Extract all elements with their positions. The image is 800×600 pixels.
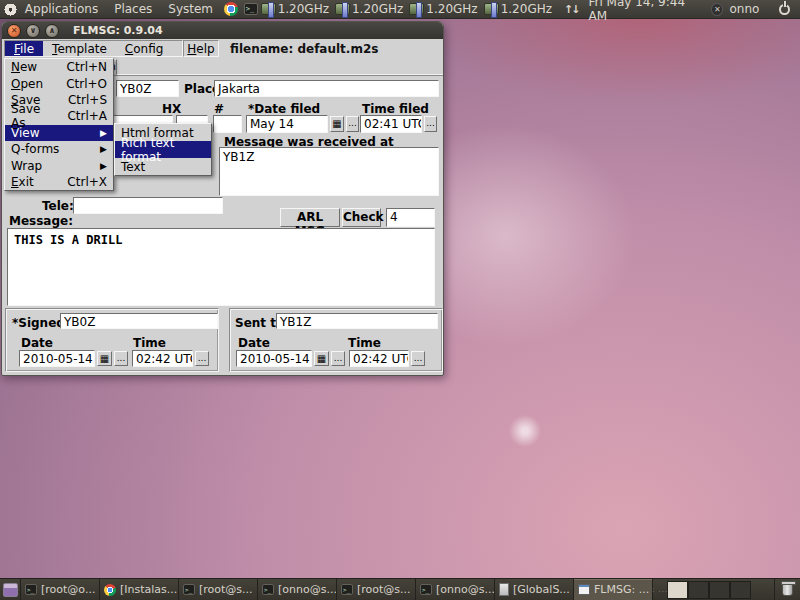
task-flmsg[interactable]: FLMSG: ...: [574, 579, 653, 600]
minimize-icon[interactable]: ∨: [26, 24, 40, 38]
calendar-icon[interactable]: ▦: [314, 351, 329, 366]
menu-item-label: Wrap: [11, 159, 42, 173]
date-filed-more-button[interactable]: ...: [346, 116, 359, 132]
task-label: [root@s...: [357, 583, 411, 596]
signed-date-input[interactable]: 2010-05-14: [19, 350, 95, 367]
signed-date-more-button[interactable]: ...: [114, 351, 128, 366]
submenu-arrow-icon: ▶: [100, 144, 107, 154]
pager-handle[interactable]: : ...: [653, 579, 667, 600]
menu-template[interactable]: Template: [43, 41, 116, 56]
menu-item-new[interactable]: NewCtrl+N: [5, 59, 113, 75]
cpu-freq-applet-2[interactable]: 1.20GHz: [335, 2, 403, 16]
menu-item-open[interactable]: OpenCtrl+O: [5, 75, 113, 91]
calendar-icon[interactable]: ▦: [97, 351, 112, 366]
submenu-arrow-icon: ▶: [100, 161, 107, 171]
workspace-3[interactable]: [709, 581, 730, 599]
cpu-icon: [409, 3, 424, 15]
task-onno-s2[interactable]: >_[onno@s...: [416, 579, 495, 600]
menu-item-save-as[interactable]: Save AsCtrl+A: [5, 108, 113, 124]
place-input[interactable]: Jakarta: [214, 80, 439, 97]
top-panel: Applications Places System >_ 1.20GHz 1.…: [0, 0, 800, 19]
workspace-2[interactable]: [688, 581, 709, 599]
check-button[interactable]: Check: [342, 208, 381, 227]
user-menu[interactable]: onno: [727, 2, 763, 16]
cpu-freq-applet-3[interactable]: 1.20GHz: [409, 2, 477, 16]
date-filed-input[interactable]: May 14: [246, 115, 328, 133]
show-desktop-icon: [3, 583, 18, 597]
cpu-icon: [261, 3, 276, 15]
tele-input[interactable]: [73, 197, 223, 214]
received-textarea[interactable]: YB1Z: [219, 147, 439, 196]
menu-item-exit[interactable]: ExitCtrl+X: [5, 174, 113, 190]
signed-group: *Signed YB0Z Date Time 2010-05-14 ▦ ... …: [5, 308, 219, 372]
date-filed-label: *Date filed: [248, 102, 320, 116]
cpu-icon: [484, 3, 499, 15]
cpu-freq-applet-1[interactable]: 1.20GHz: [261, 2, 329, 16]
sent-time-label: Time: [348, 336, 381, 350]
task-root-s1[interactable]: >_[root@s...: [179, 579, 258, 600]
signed-time-more-button[interactable]: ...: [195, 351, 209, 366]
hx-label: HX_: [162, 102, 187, 116]
close-icon[interactable]: ✕: [7, 24, 21, 38]
cpu-freq-label: 1.20GHz: [501, 2, 552, 16]
clock[interactable]: Fri May 14, 9:44 AM: [582, 0, 707, 23]
task-globals[interactable]: [GlobalS...: [495, 579, 574, 600]
sent-time-input[interactable]: 02:42 UTC: [349, 350, 409, 367]
sent-date-input[interactable]: 2010-05-14: [236, 350, 312, 367]
task-label: [onno@s...: [278, 583, 337, 596]
time-filed-more-button[interactable]: ...: [424, 116, 437, 132]
menu-item-label: Q-forms: [11, 142, 59, 156]
task-label: [onno@s...: [436, 583, 495, 596]
message-textarea[interactable]: THIS IS A DRILL: [7, 228, 435, 306]
arl-msg-button[interactable]: ARL MSG: [280, 208, 340, 227]
workspace-4[interactable]: [730, 581, 751, 599]
time-filed-input[interactable]: 02:41 UTC: [360, 115, 422, 133]
menu-item-q-forms[interactable]: Q-forms▶: [5, 141, 113, 157]
signed-input[interactable]: YB0Z: [60, 313, 218, 329]
menu-item-rich-text-format[interactable]: Rich text format: [115, 141, 211, 158]
menu-places[interactable]: Places: [106, 0, 160, 18]
status-offline-icon[interactable]: ✕: [711, 3, 723, 16]
signed-time-input[interactable]: 02:42 UTC: [132, 350, 193, 367]
menu-item-wrap[interactable]: Wrap▶: [5, 157, 113, 173]
trash-button[interactable]: [774, 579, 800, 600]
task-root-s2[interactable]: >_[root@s...: [337, 579, 416, 600]
terminal-icon: >_: [262, 584, 274, 595]
task-instalas[interactable]: [Instalas...: [100, 579, 179, 600]
chrome-launcher[interactable]: [223, 2, 239, 17]
network-updown-icon[interactable]: ↑↓: [564, 3, 578, 16]
sent-input[interactable]: YB1Z: [276, 313, 438, 329]
menubar: File Template Config Help filename: defa…: [2, 39, 443, 58]
number-input[interactable]: [213, 115, 242, 133]
menu-file[interactable]: File: [5, 41, 43, 56]
menu-help[interactable]: Help: [178, 41, 223, 56]
menu-applications[interactable]: Applications: [17, 0, 106, 18]
menu-config[interactable]: Config: [116, 41, 173, 56]
station-input[interactable]: YB0Z: [116, 80, 179, 97]
menu-system[interactable]: System: [160, 0, 221, 18]
document-icon: [499, 583, 509, 596]
shortcut: Ctrl+X: [53, 175, 107, 189]
workspace-1[interactable]: [667, 581, 688, 599]
shortcut: Ctrl+N: [53, 60, 107, 74]
show-desktop-button[interactable]: [0, 579, 21, 600]
task-label: [root@o...: [41, 583, 95, 596]
ubuntu-logo-icon[interactable]: [4, 3, 17, 16]
menu-item-view[interactable]: View▶: [5, 125, 113, 141]
sent-date-more-button[interactable]: ...: [331, 351, 345, 366]
check-count-input[interactable]: 4: [386, 208, 435, 227]
cpu-freq-label: 1.20GHz: [426, 2, 477, 16]
cpu-freq-applet-4[interactable]: 1.20GHz: [484, 2, 552, 16]
menu-item-label: New: [11, 60, 37, 74]
maximize-icon[interactable]: ∧: [45, 24, 59, 38]
power-icon[interactable]: [779, 4, 790, 15]
menubar-frame: File Template Config: [4, 40, 183, 57]
task-root-o[interactable]: >_[root@o...: [21, 579, 100, 600]
calendar-icon[interactable]: ▦: [330, 116, 344, 132]
menu-item-label: Text: [121, 160, 145, 174]
sent-time-more-button[interactable]: ...: [411, 351, 425, 366]
task-onno-s1[interactable]: >_[onno@s...: [258, 579, 337, 600]
terminal-launcher[interactable]: >_: [243, 2, 259, 17]
shortcut: Ctrl+A: [53, 109, 107, 123]
titlebar[interactable]: ✕ ∨ ∧ FLMSG: 0.9.04: [2, 22, 443, 39]
